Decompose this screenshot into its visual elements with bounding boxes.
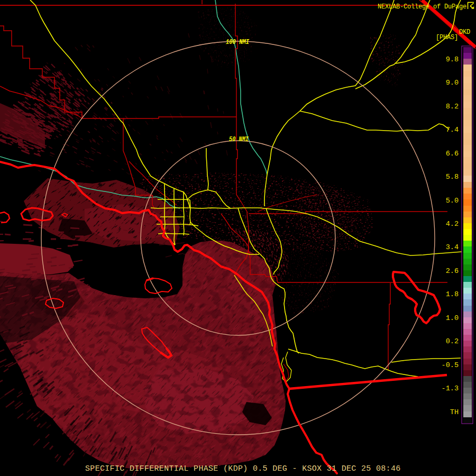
- svg-text:DKD: DKD: [459, 29, 470, 36]
- svg-text:5.0: 5.0: [446, 197, 459, 205]
- svg-text:7.4: 7.4: [446, 126, 459, 134]
- svg-text:[PHAS]: [PHAS]: [436, 34, 458, 41]
- svg-text:-1.3: -1.3: [442, 385, 459, 392]
- svg-text:-0.5: -0.5: [442, 361, 459, 369]
- svg-text:1.8: 1.8: [446, 290, 459, 298]
- svg-text:0.2: 0.2: [446, 337, 459, 345]
- svg-text:1.0: 1.0: [446, 314, 459, 322]
- svg-text:8.2: 8.2: [446, 103, 459, 111]
- svg-text:9.8: 9.8: [446, 56, 459, 63]
- svg-text:4.2: 4.2: [446, 220, 459, 228]
- svg-text:NEXLAB-College of DuPage: NEXLAB-College of DuPage: [378, 3, 466, 11]
- svg-text:50 NMI: 50 NMI: [229, 136, 249, 143]
- svg-text:6.6: 6.6: [446, 150, 459, 158]
- svg-text:9.0: 9.0: [446, 79, 459, 87]
- svg-text:100 NMI: 100 NMI: [226, 39, 249, 46]
- svg-text:TH: TH: [450, 408, 459, 416]
- svg-text:5.8: 5.8: [446, 173, 459, 181]
- svg-text:SPECIFIC DIFFERENTIAL PHASE (K: SPECIFIC DIFFERENTIAL PHASE (KDP) 0.5 DE…: [85, 464, 401, 473]
- svg-text:3.4: 3.4: [446, 243, 459, 251]
- svg-text:2.6: 2.6: [446, 267, 459, 275]
